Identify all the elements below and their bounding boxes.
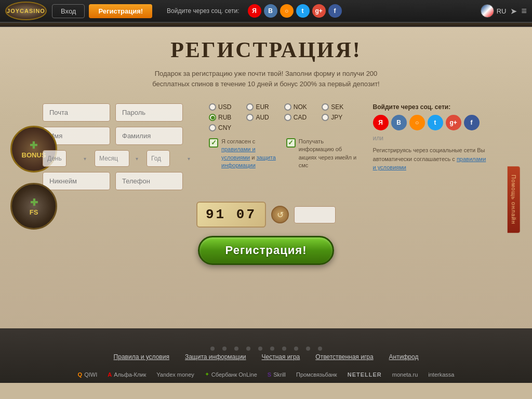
month-select-wrapper: Месяц ЯнварьФевральМарт bbox=[95, 150, 141, 167]
login-button[interactable]: Вход bbox=[52, 4, 85, 18]
footer-privacy-link[interactable]: Защита информации bbox=[185, 353, 246, 361]
form-currency-section: USD EUR NOK SEK bbox=[209, 103, 357, 190]
main-content: ✚ BONUS ✚ FS Помощь онлайн РЕГИСТРАЦИЯ! … bbox=[0, 27, 532, 328]
lastname-input[interactable] bbox=[115, 127, 183, 145]
payment-yandex: Yandex money bbox=[156, 371, 194, 378]
or-label: или bbox=[373, 135, 489, 142]
forward-arrow-icon[interactable]: ➤ bbox=[510, 6, 517, 16]
radio-usd bbox=[209, 103, 216, 111]
month-select[interactable]: Месяц ЯнварьФевральМарт bbox=[95, 150, 129, 167]
email-input[interactable] bbox=[43, 103, 110, 122]
nickname-phone-row bbox=[43, 172, 193, 190]
birthday-row: День 12345 Месяц ЯнварьФевральМарт Год 2… bbox=[43, 150, 193, 167]
checkbox-area: ✓ Я согласен с правилами и условиями и з… bbox=[209, 138, 357, 170]
promo-checkbox-item: ✓ Получать информацию об акциях через им… bbox=[286, 138, 357, 170]
day-select-wrapper: День 12345 bbox=[43, 150, 89, 167]
social-icons-header: Я В ○ t g+ f bbox=[248, 4, 342, 18]
yandex-register-icon[interactable]: Я bbox=[373, 115, 389, 130]
payment-neteller: NETELLER bbox=[348, 371, 382, 378]
email-password-row bbox=[43, 103, 193, 122]
radio-cny bbox=[209, 124, 216, 131]
nickname-input[interactable] bbox=[43, 172, 110, 190]
gplus-register-icon[interactable]: g+ bbox=[446, 115, 461, 130]
twitter-register-icon[interactable]: t bbox=[428, 115, 443, 130]
vk-register-icon[interactable]: В bbox=[391, 115, 407, 130]
help-online-button[interactable]: Помощь онлайн bbox=[507, 166, 520, 233]
payment-sberbank: ✦ Сбербанк OnLine bbox=[205, 371, 257, 378]
captcha-area: 91 07 ↺ bbox=[0, 202, 532, 228]
freespins-badge[interactable]: ✚ FS bbox=[10, 183, 57, 230]
page-title: РЕГИСТРАЦИЯ! bbox=[0, 37, 532, 62]
currency-cny[interactable]: CNY bbox=[209, 124, 244, 131]
payment-promsvyaz: Промсвязьбанк bbox=[296, 371, 337, 378]
footer-fairplay-link[interactable]: Честная игра bbox=[262, 353, 300, 361]
currency-eur[interactable]: EUR bbox=[246, 103, 282, 111]
radio-jpy bbox=[322, 114, 329, 121]
header-right: RU ➤ ≡ bbox=[481, 4, 527, 18]
language-label: RU bbox=[497, 7, 507, 15]
terms-checkbox-item: ✓ Я согласен с правилами и условиями и з… bbox=[209, 138, 280, 170]
footer-antifraud-link[interactable]: Антифрод bbox=[389, 353, 419, 361]
terms-checkbox[interactable]: ✓ bbox=[209, 138, 218, 148]
captcha-refresh-button[interactable]: ↺ bbox=[271, 206, 289, 223]
footer-decorative-dots bbox=[0, 339, 532, 353]
captcha-input[interactable] bbox=[294, 206, 336, 223]
payment-qiwi: Q QIWI bbox=[78, 371, 98, 378]
register-main-button[interactable]: Регистрация! bbox=[198, 236, 335, 265]
ok-login-icon[interactable]: ○ bbox=[280, 4, 294, 18]
page-subtitle: Подарок за регистрацию уже почти твой! З… bbox=[141, 69, 391, 89]
currency-aud[interactable]: AUD bbox=[246, 114, 282, 121]
social-login-label: Войдите через соц. сети: bbox=[167, 7, 239, 15]
ok-register-icon[interactable]: ○ bbox=[409, 115, 425, 130]
currency-options: USD EUR NOK SEK bbox=[209, 103, 357, 131]
register-header-button[interactable]: Регистрация! bbox=[89, 4, 152, 18]
name-row bbox=[43, 127, 193, 145]
logo[interactable]: JOYCASINO bbox=[5, 2, 47, 20]
facebook-register-icon[interactable]: f bbox=[464, 115, 480, 130]
password-input[interactable] bbox=[115, 103, 183, 122]
day-select[interactable]: День 12345 bbox=[43, 150, 66, 167]
radio-aud bbox=[246, 114, 254, 121]
captcha-display: 91 07 bbox=[196, 202, 266, 228]
terms-text: Я согласен с bbox=[221, 138, 255, 144]
googleplus-login-icon[interactable]: g+ bbox=[312, 4, 326, 18]
promo-text: Получать информацию об акциях через имей… bbox=[299, 138, 357, 170]
payment-alfabank: А Альфа-Клик bbox=[108, 371, 146, 378]
currency-sek[interactable]: SEK bbox=[322, 103, 357, 111]
year-select[interactable]: Год 200019991998 bbox=[147, 150, 170, 167]
payment-moneta: moneta.ru bbox=[392, 371, 418, 378]
social-right-panel: Войдите через соц. сети: Я В ○ t g+ f ил… bbox=[373, 103, 489, 190]
year-select-wrapper: Год 200019991998 bbox=[147, 150, 193, 167]
social-register-text: Регистрируясь через социальные сети Вы а… bbox=[373, 146, 489, 172]
currency-jpy[interactable]: JPY bbox=[322, 114, 357, 121]
hamburger-menu-icon[interactable]: ≡ bbox=[521, 6, 527, 17]
currency-cad[interactable]: CAD bbox=[284, 114, 320, 121]
social-right-title: Войдите через соц. сети: bbox=[373, 103, 489, 111]
form-fields-left: День 12345 Месяц ЯнварьФевральМарт Год 2… bbox=[43, 103, 193, 190]
currency-usd[interactable]: USD bbox=[209, 103, 244, 111]
facebook-login-icon[interactable]: f bbox=[328, 4, 342, 18]
phone-input[interactable] bbox=[115, 172, 183, 190]
registration-form: День 12345 Месяц ЯнварьФевральМарт Год 2… bbox=[32, 103, 500, 190]
terms-link[interactable]: правилами и условиями bbox=[221, 146, 256, 160]
social-icons-right: Я В ○ t g+ f bbox=[373, 115, 489, 130]
vk-login-icon[interactable]: В bbox=[264, 4, 277, 18]
footer-terms-link[interactable]: Правила и условия bbox=[114, 353, 169, 361]
footer-nav: Правила и условия Защита информации Чест… bbox=[0, 353, 532, 361]
footer-payments: Q QIWI А Альфа-Клик Yandex money ✦ Сберб… bbox=[0, 371, 532, 378]
currency-nok[interactable]: NOK bbox=[284, 103, 320, 111]
payment-interkassa: interkassa bbox=[428, 371, 454, 378]
promo-checkbox[interactable]: ✓ bbox=[286, 138, 296, 148]
footer-responsible-link[interactable]: Ответственная игра bbox=[315, 353, 373, 361]
radio-nok bbox=[284, 103, 291, 111]
footer: Правила и условия Защита информации Чест… bbox=[0, 328, 532, 383]
radio-sek bbox=[322, 103, 329, 111]
header-nav: Вход Регистрация! Войдите через соц. сет… bbox=[52, 4, 481, 18]
radio-rub bbox=[209, 114, 216, 121]
currency-rub[interactable]: RUB bbox=[209, 114, 244, 121]
decorative-strip bbox=[0, 23, 532, 27]
twitter-login-icon[interactable]: t bbox=[296, 4, 310, 18]
yandex-login-icon[interactable]: Я bbox=[248, 4, 261, 18]
language-selector[interactable]: RU bbox=[481, 4, 507, 18]
radio-eur bbox=[246, 103, 254, 111]
